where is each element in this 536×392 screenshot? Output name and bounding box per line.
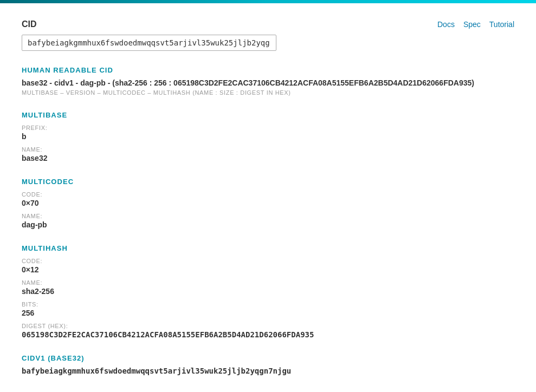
multihash-name-group: NAME: sha2-256 xyxy=(22,279,514,296)
multihash-bits-value: 256 xyxy=(22,309,514,317)
docs-link[interactable]: Docs xyxy=(437,20,455,29)
cid-input[interactable] xyxy=(22,35,276,51)
multibase-name-value: base32 xyxy=(22,154,514,162)
multihash-digest-label: DIGEST (HEX): xyxy=(22,323,514,329)
multihash-digest-value: 065198C3D2FE2CAC37106CB4212ACFA08A5155EF… xyxy=(22,330,514,339)
multihash-name-value: sha2-256 xyxy=(22,287,514,296)
human-readable-section: HUMAN READABLE CID base32 - cidv1 - dag-… xyxy=(22,66,514,96)
multibase-prefix-value: b xyxy=(22,132,514,141)
human-readable-value: base32 - cidv1 - dag-pb - (sha2-256 : 25… xyxy=(22,79,514,87)
multihash-name-label: NAME: xyxy=(22,279,514,286)
nav-links: Docs Spec Tutorial xyxy=(437,20,514,29)
multibase-prefix-label: PREFIX: xyxy=(22,125,514,131)
multibase-section: MULTIBASE PREFIX: b NAME: base32 xyxy=(22,111,514,162)
spec-link[interactable]: Spec xyxy=(463,20,481,29)
multihash-code-label: CODE: xyxy=(22,258,514,264)
multicodec-name-value: dag-pb xyxy=(22,220,514,229)
multicodec-heading: MULTICODEC xyxy=(22,178,514,186)
cidv1-value: bafybeiagkgmmhux6fswdoedmwqqsvt5arjivl35… xyxy=(22,367,514,375)
main-container: CID Docs Spec Tutorial HUMAN READABLE CI… xyxy=(0,3,536,391)
human-readable-heading: HUMAN READABLE CID xyxy=(22,66,514,74)
cidv1-heading: CIDV1 (BASE32) xyxy=(22,354,514,362)
human-readable-legend: MULTIBASE – VERSION – MULTICODEC – MULTI… xyxy=(22,89,514,96)
tutorial-link[interactable]: Tutorial xyxy=(489,20,514,29)
multibase-heading: MULTIBASE xyxy=(22,111,514,119)
multihash-bits-label: BITS: xyxy=(22,301,514,308)
cid-label: CID xyxy=(22,19,37,29)
multicodec-code-group: CODE: 0×70 xyxy=(22,191,514,207)
cidv1-section: CIDV1 (BASE32) bafybeiagkgmmhux6fswdoedm… xyxy=(22,354,514,375)
multihash-section: MULTIHASH CODE: 0×12 NAME: sha2-256 BITS… xyxy=(22,244,514,339)
multihash-code-group: CODE: 0×12 xyxy=(22,258,514,274)
multicodec-name-label: NAME: xyxy=(22,213,514,219)
multicodec-section: MULTICODEC CODE: 0×70 NAME: dag-pb xyxy=(22,178,514,229)
multihash-digest-group: DIGEST (HEX): 065198C3D2FE2CAC37106CB421… xyxy=(22,323,514,339)
multihash-code-value: 0×12 xyxy=(22,265,514,274)
multicodec-code-value: 0×70 xyxy=(22,199,514,207)
multibase-name-label: NAME: xyxy=(22,146,514,153)
cid-header: CID Docs Spec Tutorial xyxy=(22,19,514,29)
multicodec-name-group: NAME: dag-pb xyxy=(22,213,514,229)
multibase-name-group: NAME: base32 xyxy=(22,146,514,162)
multicodec-code-label: CODE: xyxy=(22,191,514,198)
multibase-prefix-group: PREFIX: b xyxy=(22,125,514,141)
multihash-heading: MULTIHASH xyxy=(22,244,514,252)
multihash-bits-group: BITS: 256 xyxy=(22,301,514,317)
